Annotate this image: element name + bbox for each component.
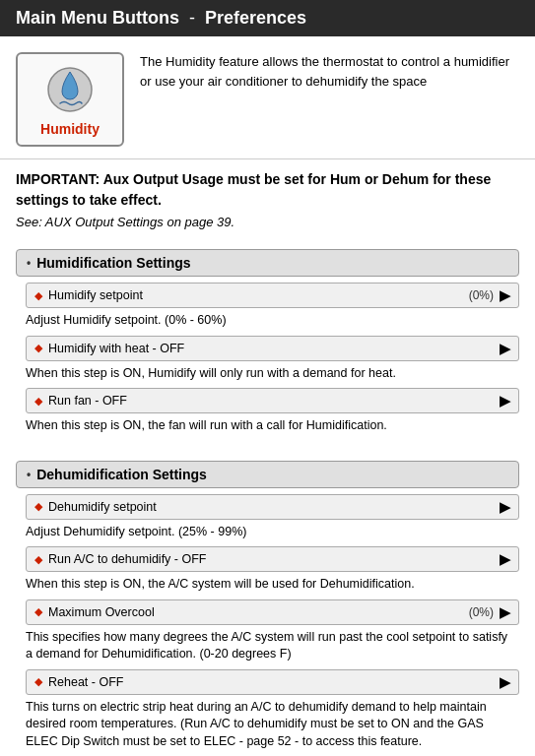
dehumidification-section: • Dehumidification Settings ◆ Dehumidify… bbox=[0, 447, 535, 757]
arrow-icon-d2: ▶ bbox=[500, 551, 510, 567]
diamond-icon-1: ◆ bbox=[34, 289, 42, 302]
diamond-icon-d3: ◆ bbox=[34, 605, 42, 618]
arrow-icon-1: ▶ bbox=[500, 287, 510, 303]
bullet-diamond-dehum: • bbox=[27, 468, 31, 481]
important-text: IMPORTANT: Aux Output Usage must be set … bbox=[16, 169, 519, 211]
desc-reheat: This turns on electric strip heat during… bbox=[26, 699, 509, 751]
setting-value-humidify-setpoint: (0%) bbox=[469, 288, 494, 302]
setting-label-max-overcool: Maximum Overcool bbox=[48, 605, 469, 619]
setting-row-run-fan[interactable]: ◆ Run fan - OFF ▶ bbox=[26, 388, 519, 413]
humidity-icon bbox=[42, 62, 98, 117]
setting-row-humidify-setpoint[interactable]: ◆ Humidify setpoint (0%) ▶ bbox=[26, 283, 519, 308]
diamond-icon-d1: ◆ bbox=[34, 500, 42, 513]
diamond-icon-3: ◆ bbox=[34, 395, 42, 408]
setting-label-run-ac: Run A/C to dehumidify - OFF bbox=[48, 552, 494, 566]
arrow-icon-3: ▶ bbox=[500, 393, 510, 409]
humidity-intro: Humidity The Humidity feature allows the… bbox=[0, 36, 535, 159]
desc-humidify-heat: When this step is ON, Humidify will only… bbox=[26, 365, 509, 383]
humidification-header: • Humidification Settings bbox=[16, 249, 519, 277]
humidification-section: • Humidification Settings ◆ Humidify set… bbox=[0, 235, 535, 447]
dehumidification-header-label: Dehumidification Settings bbox=[36, 467, 207, 482]
setting-row-reheat[interactable]: ◆ Reheat - OFF ▶ bbox=[26, 669, 519, 695]
diamond-icon-d2: ◆ bbox=[34, 553, 42, 566]
header-sub-title: Preferences bbox=[205, 8, 306, 29]
page-header: Main Menu Buttons - Preferences bbox=[0, 0, 535, 36]
desc-dehumidify-setpoint: Adjust Dehumidify setpoint. (25% - 99%) bbox=[26, 524, 509, 541]
arrow-icon-d4: ▶ bbox=[500, 674, 510, 690]
humidity-label: Humidity bbox=[40, 121, 100, 137]
header-dash: - bbox=[189, 8, 195, 29]
desc-run-fan: When this step is ON, the fan will run w… bbox=[26, 417, 509, 435]
desc-run-ac: When this step is ON, the A/C system wil… bbox=[26, 576, 509, 594]
humidification-header-label: Humidification Settings bbox=[36, 255, 190, 271]
setting-label-humidify-heat: Humidify with heat - OFF bbox=[48, 342, 494, 355]
setting-row-max-overcool[interactable]: ◆ Maximum Overcool (0%) ▶ bbox=[26, 599, 519, 625]
setting-row-run-ac[interactable]: ◆ Run A/C to dehumidify - OFF ▶ bbox=[26, 546, 519, 572]
important-section: IMPORTANT: Aux Output Usage must be set … bbox=[0, 159, 535, 235]
setting-label-run-fan: Run fan - OFF bbox=[48, 394, 494, 408]
see-text: See: AUX Output Settings on page 39. bbox=[16, 215, 519, 229]
dehumidification-header: • Dehumidification Settings bbox=[16, 461, 519, 488]
setting-value-max-overcool: (0%) bbox=[469, 605, 494, 619]
setting-row-dehumidify-setpoint[interactable]: ◆ Dehumidify setpoint ▶ bbox=[26, 494, 519, 520]
diamond-icon-d4: ◆ bbox=[34, 675, 42, 688]
setting-label-reheat: Reheat - OFF bbox=[48, 675, 494, 689]
setting-label-humidify-setpoint: Humidify setpoint bbox=[48, 288, 469, 302]
arrow-icon-2: ▶ bbox=[500, 341, 510, 356]
desc-max-overcool: This specifies how many degrees the A/C … bbox=[26, 629, 509, 663]
diamond-icon-2: ◆ bbox=[34, 342, 42, 354]
bullet-diamond-hum: • bbox=[27, 256, 31, 270]
arrow-icon-d3: ▶ bbox=[500, 604, 510, 620]
arrow-icon-d1: ▶ bbox=[500, 499, 510, 515]
humidity-icon-box: Humidity bbox=[16, 52, 124, 147]
header-main-title: Main Menu Buttons bbox=[16, 8, 179, 29]
setting-label-dehumidify-setpoint: Dehumidify setpoint bbox=[48, 500, 494, 514]
desc-humidify-setpoint: Adjust Humidify setpoint. (0% - 60%) bbox=[26, 312, 509, 330]
humidity-description: The Humidity feature allows the thermost… bbox=[140, 52, 519, 91]
setting-row-humidify-heat[interactable]: ◆ Humidify with heat - OFF ▶ bbox=[26, 336, 519, 361]
